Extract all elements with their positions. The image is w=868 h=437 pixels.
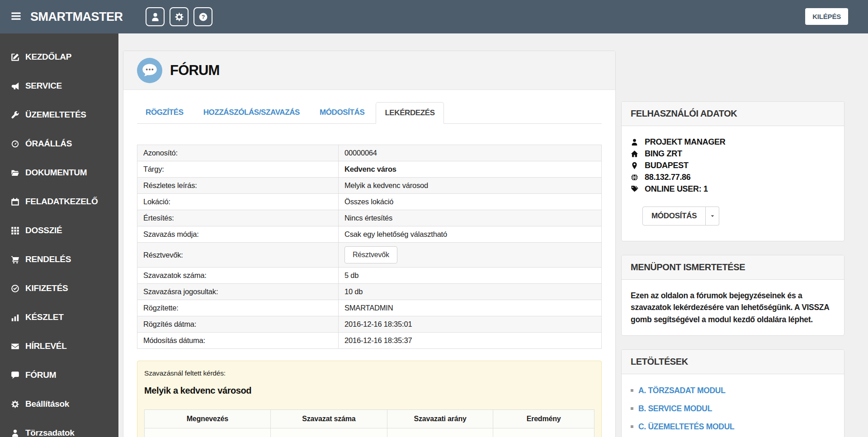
- right-column: FELHASZNÁLÓI ADATOK PROJEKT MANAGER BING…: [621, 101, 844, 437]
- download-link-torzsadat[interactable]: A. TÖRZSADAT MODUL: [638, 386, 726, 395]
- modositas-button[interactable]: MÓDOSÍTÁS: [642, 207, 706, 226]
- detail-value-azonosito: 00000064: [339, 145, 602, 161]
- list-item: A. TÖRZSADAT MODUL: [631, 386, 835, 395]
- top-bar: SMARTMASTER KILÉPÉS: [0, 0, 868, 33]
- menu-info-panel: MENÜPONT ISMERTETÉSE Ezen az oldalon a f…: [621, 255, 844, 336]
- brand: SMARTMASTER: [10, 0, 123, 33]
- sidebar-item-torzsadatok[interactable]: Törzsadatok: [0, 418, 118, 437]
- menu-info-panel-title: MENÜPONT ISMERTETÉSE: [622, 255, 844, 280]
- detail-value-jogosultak: 10 db: [339, 284, 602, 300]
- speech-bubble-icon: [142, 62, 158, 79]
- list-item: BUDAPEST: [631, 160, 835, 171]
- download-link-uzemeltetes[interactable]: C. ÜZEMELTETÉS MODUL: [638, 422, 734, 432]
- detail-value-modositas-datuma: 2016-12-16 18:35:37: [339, 333, 602, 349]
- detail-value-targy: Kedvenc város: [339, 161, 602, 178]
- poll-header-szavazati-arany: Szavazati arány: [387, 410, 493, 428]
- poll-header-megnevezes: Megnevezés: [145, 410, 271, 428]
- settings-button[interactable]: [170, 7, 189, 26]
- tags-icon: [631, 185, 638, 193]
- downloads-list: A. TÖRZSADAT MODUL B. SERVICE MODUL C. Ü…: [631, 384, 835, 437]
- user-info-list: PROJEKT MANAGER BING ZRT BUDAPEST 88.132…: [631, 136, 835, 195]
- sidebar-item-keszlet[interactable]: KÉSZLET: [0, 303, 118, 332]
- sidebar-item-hirlevel[interactable]: HÍRLEVÉL: [0, 332, 118, 361]
- calendar-icon: [11, 197, 19, 206]
- topbar-icon-group: [146, 7, 212, 26]
- tab-hozzaszolas-szavazas[interactable]: HOZZÁSZÓLÁS/SZAVAZÁS: [195, 102, 308, 124]
- poll-question: Melyik a kedvenc városod: [144, 385, 594, 396]
- sidebar-item-feladatkezelo[interactable]: FELADATKEZELŐ: [0, 187, 118, 216]
- bullet-icon: [631, 407, 633, 410]
- globe-icon: [631, 174, 638, 181]
- sidebar-item-uzemeltetes[interactable]: ÜZEMELTETÉS: [0, 100, 118, 129]
- table-row: Azonosító:00000064: [137, 145, 602, 161]
- sidebar-item-kezdolap[interactable]: KEZDŐLAP: [0, 42, 118, 71]
- tab-bar: RÖGZÍTÉS HOZZÁSZÓLÁS/SZAVAZÁS MÓDOSÍTÁS …: [137, 102, 602, 124]
- detail-value-szavazas-modja: Csak egy lehetőség választható: [339, 226, 602, 243]
- list-item: PROJEKT MANAGER: [631, 136, 835, 148]
- user-button[interactable]: [146, 7, 165, 26]
- check-circle-icon: [11, 284, 19, 293]
- bullet-icon: [631, 425, 633, 428]
- list-item: ONLINE USER: 1: [631, 183, 835, 195]
- bar-chart-icon: [11, 313, 19, 322]
- tab-lekerdezes[interactable]: LEKÉRDEZÉS: [376, 102, 443, 124]
- grid-icon: [11, 226, 19, 235]
- table-row: Rögzítés dátma:2016-12-16 18:35:01: [137, 316, 602, 333]
- card-header: FÓRUM: [123, 51, 615, 90]
- detail-value-lokacio: Összes lokáció: [339, 194, 602, 210]
- list-item: 88.132.77.86: [631, 171, 835, 183]
- gear-icon: [11, 400, 19, 409]
- cart-icon: [11, 255, 19, 264]
- poll-question-label: Szavazásnál feltett kérdés:: [144, 369, 594, 377]
- question-icon: [198, 12, 208, 22]
- bullet-icon: [631, 389, 633, 392]
- poll-panel: Szavazásnál feltett kérdés: Melyik a ked…: [137, 361, 602, 437]
- user-data-panel: FELHASZNÁLÓI ADATOK PROJEKT MANAGER BING…: [621, 101, 844, 241]
- details-table: Azonosító:00000064 Tárgy:Kedvenc város R…: [137, 145, 602, 349]
- comment-icon: [11, 371, 19, 380]
- downloads-panel-title: LETÖLTÉSEK: [622, 350, 844, 374]
- table-row: Módosítás dátuma:2016-12-16 18:35:37: [137, 333, 602, 349]
- tab-rogzites[interactable]: RÖGZÍTÉS: [137, 102, 192, 124]
- help-button[interactable]: [193, 7, 212, 26]
- bullhorn-icon: [11, 82, 19, 90]
- user-data-panel-title: FELHASZNÁLÓI ADATOK: [622, 102, 844, 126]
- detail-value-rogzites-datuma: 2016-12-16 18:35:01: [339, 316, 602, 333]
- forum-card: FÓRUM RÖGZÍTÉS HOZZÁSZÓLÁS/SZAVAZÁS MÓDO…: [123, 51, 616, 437]
- detail-value-szavazatok-szama: 5 db: [339, 268, 602, 284]
- home-icon: [631, 150, 638, 158]
- resztvevok-button[interactable]: Résztvevők: [344, 246, 397, 263]
- sidebar-item-dokumentum[interactable]: DOKUMENTUM: [0, 158, 118, 187]
- table-row: Megnevezés Szavazat száma Szavazati arán…: [145, 410, 594, 428]
- modositas-dropdown-toggle[interactable]: [706, 207, 719, 226]
- tab-modositas[interactable]: MÓDOSÍTÁS: [311, 102, 373, 124]
- sidebar-item-kifizetes[interactable]: KIFIZETÉS: [0, 274, 118, 303]
- map-marker-icon: [631, 162, 638, 169]
- sidebar-item-service[interactable]: SERVICE: [0, 71, 118, 100]
- menu-info-text: Ezen az oldalon a fórumok bejegyzéseinek…: [631, 290, 835, 325]
- hamburger-menu-icon[interactable]: [10, 11, 22, 23]
- gear-icon: [175, 12, 184, 22]
- table-row: [145, 428, 594, 437]
- sidebar-item-dosszie[interactable]: DOSSZIÉ: [0, 216, 118, 245]
- logout-button[interactable]: KILÉPÉS: [805, 8, 848, 25]
- poll-results-table: Megnevezés Szavazat száma Szavazati arán…: [144, 409, 594, 437]
- envelope-icon: [11, 342, 19, 351]
- app-title: SMARTMASTER: [30, 10, 123, 24]
- modositas-split-button: MÓDOSÍTÁS: [642, 207, 719, 226]
- forum-badge: [137, 58, 162, 83]
- table-row: Rögzítette:SMARTADMIN: [137, 300, 602, 316]
- sidebar: KEZDŐLAP SERVICE ÜZEMELTETÉS ÓRAÁLLÁS DO…: [0, 33, 118, 437]
- sidebar-item-beallitasok[interactable]: Beállítások: [0, 390, 118, 418]
- sidebar-item-forum[interactable]: FÓRUM: [0, 361, 118, 390]
- sidebar-item-rendeles[interactable]: RENDELÉS: [0, 245, 118, 274]
- downloads-panel: LETÖLTÉSEK A. TÖRZSADAT MODUL B. SERVICE…: [621, 349, 844, 437]
- detail-value-rogzitette: SMARTADMIN: [339, 300, 602, 316]
- detail-value-ertesites: Nincs értesítés: [339, 210, 602, 226]
- caret-down-icon: [710, 213, 715, 219]
- table-row: Szavazásra jogosultak:10 db: [137, 284, 602, 300]
- poll-header-szavazat-szama: Szavazat száma: [270, 410, 387, 428]
- sidebar-item-oraallas[interactable]: ÓRAÁLLÁS: [0, 129, 118, 158]
- download-link-service[interactable]: B. SERVICE MODUL: [638, 404, 712, 414]
- table-row: Tárgy:Kedvenc város: [137, 161, 602, 178]
